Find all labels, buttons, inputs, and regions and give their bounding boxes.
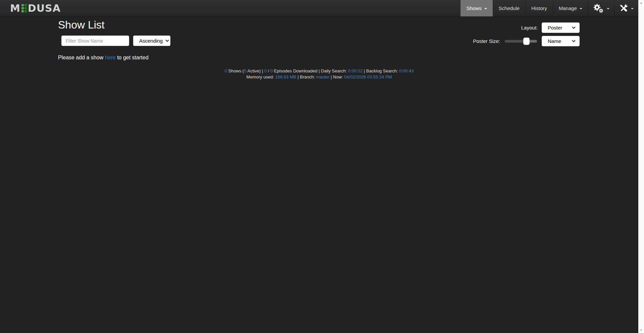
chevron-down-icon [572, 40, 576, 42]
layout-label: Layout: [521, 25, 538, 31]
page-title: Show List [58, 18, 105, 31]
sort-order-selected-value: Ascending [139, 38, 163, 44]
poster-size-label: Poster Size: [473, 38, 500, 44]
gears-icon [593, 3, 604, 13]
chevron-down-icon [572, 26, 576, 29]
nav-menu: Shows Schedule History Manage [461, 0, 638, 16]
nav-tools[interactable] [614, 0, 638, 16]
nav-config[interactable] [588, 0, 614, 16]
nav-schedule-label: Schedule [499, 5, 520, 11]
medusa-logo[interactable]: M DUSA [10, 0, 61, 16]
chevron-down-icon [165, 40, 169, 42]
caret-down-icon [631, 8, 634, 9]
nav-shows[interactable]: Shows [461, 0, 493, 16]
empty-message-text: to get started [116, 55, 149, 60]
medusa-grid-icon [21, 4, 27, 12]
layout-selected-value: Poster [548, 25, 562, 31]
screwdriver-wrench-icon [619, 4, 628, 13]
show-list-page: Show List Layout: Poster Ascending Poste… [0, 17, 638, 333]
logo-text-dusa: DUSA [28, 2, 61, 14]
empty-show-list-message: Please add a show here to get started [58, 55, 149, 61]
nav-schedule[interactable]: Schedule [493, 0, 526, 16]
memory-used-value: 168.93 MB [275, 74, 297, 79]
daily-search-time: 0:00:02 [348, 68, 363, 73]
add-show-link[interactable]: here [105, 55, 116, 60]
vertical-scrollbar[interactable]: ▲ ▼ [638, 0, 644, 333]
stats-line-2: Memory used: 168.93 MB | Branch: master … [0, 74, 638, 80]
current-datetime: 04/02/2026 03:55:24 PM [344, 74, 392, 79]
poster-sort-selected-value: Name [548, 38, 561, 44]
shows-count: 0 [225, 68, 227, 73]
nav-history-label: History [531, 5, 547, 11]
nav-manage[interactable]: Manage [553, 0, 588, 16]
layout-select[interactable]: Poster [542, 22, 580, 33]
slider-fill [505, 40, 523, 43]
layout-control: Layout: Poster [521, 22, 580, 33]
empty-message-text: Please add a show [58, 55, 105, 60]
sort-order-select[interactable]: Ascending [133, 36, 170, 46]
caret-down-icon [607, 8, 609, 9]
nav-shows-label: Shows [467, 5, 482, 11]
poster-size-slider[interactable] [505, 40, 537, 43]
poster-size-control: Poster Size: Name [473, 36, 580, 46]
filter-show-name-input[interactable] [61, 36, 129, 46]
caret-down-icon [484, 8, 487, 9]
stats-footer: 0 Shows (0 Active) | 0 / 0 Episodes Down… [0, 68, 638, 80]
logo-text-m: M [10, 2, 20, 14]
nav-history[interactable]: History [525, 0, 553, 16]
nav-manage-label: Manage [559, 5, 577, 11]
scrollbar-up-arrow[interactable]: ▲ [638, 0, 644, 6]
backlog-search-time: 0:00:43 [399, 68, 414, 73]
top-navbar: M DUSA Shows Schedule History Manage [0, 0, 638, 17]
active-shows-count: 0 [244, 68, 246, 73]
poster-sort-select[interactable]: Name [542, 36, 580, 46]
stats-line-1: 0 Shows (0 Active) | 0 / 0 Episodes Down… [0, 68, 638, 74]
caret-down-icon [580, 8, 582, 9]
slider-thumb[interactable] [523, 38, 530, 45]
branch-name[interactable]: master [316, 74, 329, 79]
scrollbar-down-arrow[interactable]: ▼ [638, 327, 644, 333]
